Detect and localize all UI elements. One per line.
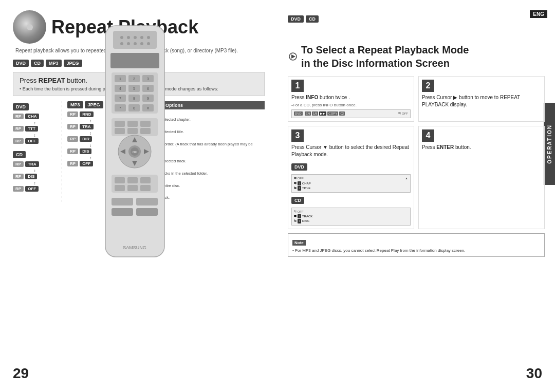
svg-text:3: 3 xyxy=(147,77,149,81)
svg-rect-60 xyxy=(112,198,133,206)
svg-rect-54 xyxy=(115,177,125,183)
svg-rect-56 xyxy=(140,177,151,183)
dvd-row-3: RP OFF xyxy=(13,138,57,144)
svg-point-11 xyxy=(147,42,150,45)
right-badge-cd: CD xyxy=(306,15,319,23)
svg-rect-41 xyxy=(140,121,151,127)
svg-marker-66 xyxy=(291,54,295,59)
cd-display-badge: CD xyxy=(291,197,304,204)
svg-text:8: 8 xyxy=(133,97,135,100)
svg-text:9: 9 xyxy=(147,97,149,100)
cd-badge-left: CD xyxy=(13,151,26,158)
svg-point-4 xyxy=(134,36,137,39)
eng-badge: ENG xyxy=(530,10,547,18)
step-1-number: 1 xyxy=(291,80,304,92)
svg-rect-55 xyxy=(127,177,138,183)
svg-rect-61 xyxy=(136,198,158,206)
dvd-row-1: RP CHA xyxy=(13,114,57,119)
operation-label: OPERATION xyxy=(547,124,552,164)
note-box: Note • For MP3 and JPEG discs, you canno… xyxy=(288,233,545,257)
step-2-text: Press Cursor ▶ button to move to REPEAT … xyxy=(422,94,541,108)
svg-rect-1 xyxy=(113,31,157,49)
svg-rect-12 xyxy=(110,53,159,68)
svg-text:4: 4 xyxy=(119,87,121,90)
svg-text:0: 0 xyxy=(133,106,135,110)
svg-text:*: * xyxy=(120,106,121,110)
svg-point-7 xyxy=(120,42,123,45)
badge-mp3: MP3 xyxy=(46,60,62,67)
svg-point-9 xyxy=(134,42,137,45)
page-number-right: 30 xyxy=(526,365,542,382)
right-title: To Select a Repeat Playback Mode in the … xyxy=(288,43,545,70)
svg-text:2: 2 xyxy=(133,77,135,81)
svg-rect-63 xyxy=(136,208,158,216)
svg-rect-42 xyxy=(115,128,125,134)
step-1-screen: DVD EN 1/8 ▶▶ COPY 02 ⇆ OFF xyxy=(291,109,411,118)
svg-text:OK: OK xyxy=(133,151,137,154)
svg-text:7: 7 xyxy=(119,97,121,100)
svg-point-3 xyxy=(127,36,130,39)
step-3-text: Press Cursor ▼ button to select the desi… xyxy=(291,144,411,158)
dashed-divider-1 xyxy=(62,101,62,203)
step-4-text: Press ENTER button. xyxy=(422,144,541,151)
step-2-number: 2 xyxy=(422,80,434,92)
note-header: Note xyxy=(292,240,306,246)
page-number-left: 29 xyxy=(13,365,29,382)
mp3-badge: MP3 xyxy=(67,101,83,108)
svg-point-5 xyxy=(140,36,143,39)
step-1: 1 Press INFO button twice . •For a CD, p… xyxy=(288,76,414,122)
dvd-display-screen: ⇆ OFF ▲ ⇆ ↕ CHAP ⇆ ↕ TITLE xyxy=(291,174,411,192)
svg-point-2 xyxy=(120,36,123,39)
svg-text:#: # xyxy=(147,106,149,110)
operation-sidebar: OPERATION xyxy=(544,103,555,185)
remote-control: 1 2 3 4 5 6 7 8 9 * 0 # OK xyxy=(100,23,170,270)
right-title-line2: in the Disc Information Screen xyxy=(301,57,469,70)
dvd-badge: DVD xyxy=(13,103,29,110)
svg-rect-62 xyxy=(112,208,133,216)
right-disc-badges: DVD CD xyxy=(288,15,545,23)
step-1-text: Press INFO button twice . xyxy=(291,94,411,101)
cd-row-1: RP TRA xyxy=(13,161,57,167)
svg-rect-58 xyxy=(127,185,138,191)
cd-row-3: RP OFF xyxy=(13,186,57,192)
svg-point-10 xyxy=(140,42,143,45)
right-title-line1: To Select a Repeat Playback Mode xyxy=(301,43,469,57)
note-text: • For MP3 and JPEG discs, you cannot sel… xyxy=(292,248,540,253)
step-4: 4 Press ENTER button. xyxy=(418,126,545,229)
svg-rect-59 xyxy=(140,185,151,191)
svg-rect-43 xyxy=(127,128,138,134)
svg-point-6 xyxy=(147,36,150,39)
svg-rect-40 xyxy=(127,121,138,127)
svg-text:SAMSUNG: SAMSUNG xyxy=(123,245,146,250)
step-3-number: 3 xyxy=(291,129,304,142)
step-2: 2 Press Cursor ▶ button to move to REPEA… xyxy=(418,76,545,122)
disc-icon xyxy=(13,10,46,44)
svg-text:1: 1 xyxy=(119,77,121,81)
dvd-display-badge: DVD xyxy=(291,163,307,171)
cd-row-2: RP DIS xyxy=(13,174,57,179)
svg-text:6: 6 xyxy=(147,87,149,90)
dvd-row-2: RP TTT xyxy=(13,126,57,132)
svg-rect-39 xyxy=(115,121,125,127)
step-3: 3 Press Cursor ▼ button to select the de… xyxy=(288,126,414,229)
cd-display-screen: ⇆ OFF ⇆↕TRACK ⇆↕DISC xyxy=(291,208,411,226)
dvd-modes-col: DVD RP CHA ↕ RP TTT ↕ RP OFF CD RP TRA xyxy=(13,101,57,203)
right-page: ENG OPERATION DVD CD To Select a Repeat … xyxy=(278,0,555,392)
svg-point-8 xyxy=(127,42,130,45)
step-1-sub: •For a CD, press INFO button once. xyxy=(291,103,411,107)
badge-jpeg: JPEG xyxy=(64,60,82,67)
svg-text:5: 5 xyxy=(133,87,135,90)
svg-rect-57 xyxy=(115,185,125,191)
right-badge-dvd: DVD xyxy=(288,15,304,23)
svg-rect-44 xyxy=(140,128,151,134)
step-4-number: 4 xyxy=(422,129,434,142)
badge-dvd: DVD xyxy=(13,60,29,67)
badge-cd: CD xyxy=(31,60,44,67)
